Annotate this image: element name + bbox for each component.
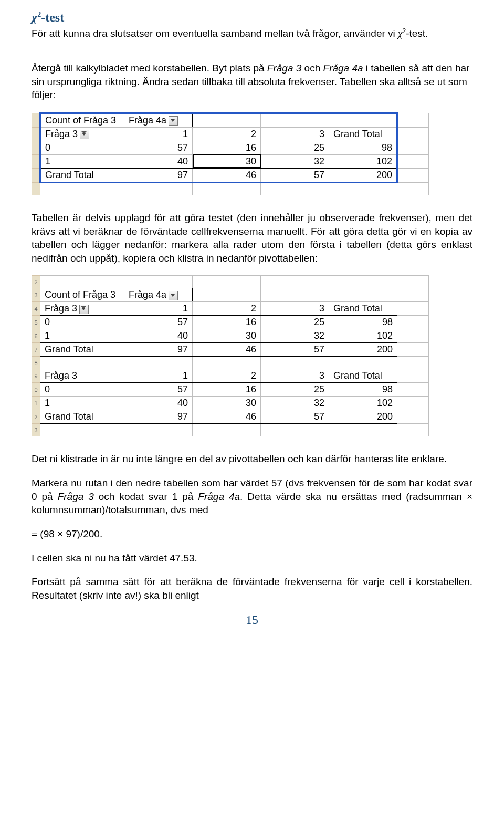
- col-header[interactable]: 2: [193, 369, 261, 383]
- row-label[interactable]: 1: [40, 329, 124, 343]
- empty-cell[interactable]: [261, 276, 329, 288]
- filter-funnel-icon[interactable]: [79, 305, 89, 314]
- grand-cell[interactable]: 46: [193, 410, 261, 424]
- grand-cell[interactable]: 97: [124, 343, 193, 357]
- data-cell[interactable]: 32: [261, 397, 329, 410]
- data-cell[interactable]: 102: [329, 397, 397, 410]
- empty-cell[interactable]: [261, 424, 329, 436]
- empty-cell[interactable]: [261, 182, 329, 195]
- empty-cell[interactable]: [397, 357, 429, 369]
- data-cell[interactable]: 57: [124, 383, 193, 397]
- row-label[interactable]: 0: [40, 383, 124, 397]
- col-header[interactable]: 1: [124, 127, 193, 141]
- grand-cell[interactable]: 200: [329, 410, 397, 424]
- data-cell[interactable]: 40: [124, 329, 193, 343]
- empty-cell[interactable]: [397, 288, 429, 302]
- empty-cell[interactable]: [397, 329, 429, 343]
- data-cell[interactable]: 30: [193, 397, 261, 410]
- data-cell[interactable]: 98: [329, 383, 397, 397]
- pivot-count-label[interactable]: Count of Fråga 3: [40, 288, 124, 302]
- col-header[interactable]: 3: [261, 369, 329, 383]
- data-cell[interactable]: 57: [124, 141, 193, 154]
- col-header[interactable]: 1: [124, 369, 193, 383]
- pivot-colfield[interactable]: Fråga 4a: [124, 288, 193, 302]
- filter-funnel-icon[interactable]: [80, 130, 89, 139]
- empty-cell[interactable]: [40, 182, 124, 195]
- empty-cell[interactable]: [40, 357, 124, 369]
- pivot-cell[interactable]: [193, 113, 261, 127]
- empty-cell[interactable]: [397, 182, 429, 195]
- empty-cell[interactable]: [329, 182, 397, 195]
- empty-cell[interactable]: [397, 424, 429, 436]
- data-cell[interactable]: 25: [261, 141, 329, 154]
- data-cell[interactable]: 16: [193, 383, 261, 397]
- empty-cell[interactable]: [397, 127, 429, 141]
- empty-cell[interactable]: [329, 288, 397, 302]
- empty-cell[interactable]: [397, 302, 429, 316]
- pivot-rowfield[interactable]: Fråga 3: [40, 302, 124, 316]
- row-label[interactable]: 0: [40, 141, 124, 154]
- data-cell[interactable]: 16: [193, 141, 261, 154]
- empty-cell[interactable]: [397, 410, 429, 424]
- empty-cell[interactable]: [40, 276, 124, 288]
- data-cell[interactable]: 32: [261, 154, 329, 168]
- data-cell[interactable]: 57: [124, 316, 193, 329]
- row-label[interactable]: 1: [40, 154, 124, 168]
- pivot-count-label[interactable]: Count of Fråga 3: [40, 113, 124, 127]
- grand-cell[interactable]: 57: [261, 410, 329, 424]
- data-cell[interactable]: 25: [261, 316, 329, 329]
- empty-cell[interactable]: [397, 369, 429, 383]
- empty-cell[interactable]: [397, 276, 429, 288]
- empty-cell[interactable]: [261, 357, 329, 369]
- row-field-copy[interactable]: Fråga 3: [40, 369, 124, 383]
- empty-cell[interactable]: [193, 182, 261, 195]
- data-cell[interactable]: 32: [261, 329, 329, 343]
- empty-cell[interactable]: [397, 343, 429, 357]
- data-cell[interactable]: 16: [193, 316, 261, 329]
- col-header[interactable]: 2: [193, 127, 261, 141]
- col-header-grand[interactable]: Grand Total: [329, 302, 397, 316]
- empty-cell[interactable]: [329, 276, 397, 288]
- pivot-cell[interactable]: [261, 113, 329, 127]
- grand-cell[interactable]: 200: [329, 168, 397, 182]
- filter-dropdown-icon[interactable]: [169, 116, 178, 126]
- empty-cell[interactable]: [124, 357, 193, 369]
- data-cell[interactable]: 98: [329, 316, 397, 329]
- col-header[interactable]: 2: [193, 302, 261, 316]
- empty-cell[interactable]: [397, 383, 429, 397]
- empty-cell[interactable]: [193, 424, 261, 436]
- empty-cell[interactable]: [193, 357, 261, 369]
- pivot-rowfield[interactable]: Fråga 3: [40, 127, 124, 141]
- row-label[interactable]: 0: [40, 316, 124, 329]
- empty-cell[interactable]: [40, 424, 124, 436]
- empty-cell[interactable]: [397, 397, 429, 410]
- col-header[interactable]: 3: [261, 302, 329, 316]
- col-header-grand[interactable]: Grand Total: [329, 127, 397, 141]
- grand-cell[interactable]: 97: [124, 410, 193, 424]
- empty-cell[interactable]: [124, 276, 193, 288]
- empty-cell[interactable]: [124, 424, 193, 436]
- empty-cell[interactable]: [261, 288, 329, 302]
- grand-total-label[interactable]: Grand Total: [40, 343, 124, 357]
- grand-total-label[interactable]: Grand Total: [40, 168, 124, 182]
- filter-dropdown-icon[interactable]: [169, 291, 178, 300]
- col-header-grand[interactable]: Grand Total: [329, 369, 397, 383]
- empty-cell[interactable]: [397, 154, 429, 168]
- data-cell[interactable]: 25: [261, 383, 329, 397]
- row-label[interactable]: 1: [40, 397, 124, 410]
- data-cell[interactable]: 30: [193, 329, 261, 343]
- col-header[interactable]: 3: [261, 127, 329, 141]
- empty-cell[interactable]: [124, 182, 193, 195]
- pivot-cell[interactable]: [329, 113, 397, 127]
- empty-cell[interactable]: [397, 113, 429, 127]
- data-cell[interactable]: 102: [329, 154, 397, 168]
- data-cell[interactable]: 40: [124, 397, 193, 410]
- pivot-colfield[interactable]: Fråga 4a: [124, 113, 193, 127]
- grand-cell[interactable]: 200: [329, 343, 397, 357]
- data-cell[interactable]: 102: [329, 329, 397, 343]
- grand-cell[interactable]: 57: [261, 168, 329, 182]
- empty-cell[interactable]: [193, 288, 261, 302]
- col-header[interactable]: 1: [124, 302, 193, 316]
- empty-cell[interactable]: [397, 168, 429, 182]
- data-cell[interactable]: 40: [124, 154, 193, 168]
